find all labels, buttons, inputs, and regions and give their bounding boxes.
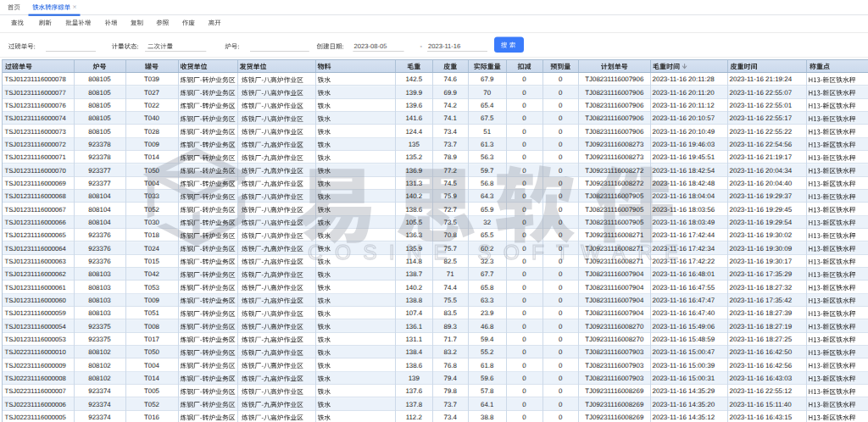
svg-text:0: 0 — [559, 75, 563, 83]
svg-text:2023-11-16 18:04:04: 2023-11-16 18:04:04 — [653, 192, 715, 200]
svg-text:0: 0 — [522, 258, 526, 265]
svg-text:2023-11-16 16:47:40: 2023-11-16 16:47:40 — [653, 309, 715, 317]
svg-text:TSJ01231116000060: TSJ01231116000060 — [5, 297, 66, 304]
svg-text:TSJ01231116000064: TSJ01231116000064 — [5, 245, 67, 253]
svg-text:2023-11-16 17:42:44: 2023-11-16 17:42:44 — [653, 231, 715, 239]
svg-text:73.5: 73.5 — [444, 219, 458, 226]
svg-text:61.3: 61.3 — [481, 141, 494, 148]
svg-text:923375: 923375 — [88, 323, 111, 330]
svg-text:83.2: 83.2 — [444, 348, 457, 356]
svg-text:135: 135 — [409, 141, 420, 148]
svg-text:0: 0 — [522, 270, 526, 278]
svg-text:73.7: 73.7 — [444, 401, 457, 408]
svg-text:139: 139 — [409, 375, 420, 382]
svg-text:T008: T008 — [144, 323, 160, 330]
svg-text:2023-11-16 20:04:34: 2023-11-16 20:04:34 — [730, 167, 793, 175]
svg-text:TJ09231116008269: TJ09231116008269 — [585, 414, 644, 421]
svg-text:139.9: 139.9 — [405, 89, 422, 97]
svg-text:808103: 808103 — [88, 309, 111, 317]
svg-text:2023-11-16 21:19:17: 2023-11-16 21:19:17 — [730, 153, 793, 161]
svg-text:138.8: 138.8 — [405, 297, 422, 304]
svg-text:TSJ01231116000061: TSJ01231116000061 — [5, 284, 66, 292]
svg-text:2023-11-16 19:30:09: 2023-11-16 19:30:09 — [730, 245, 793, 253]
svg-text:0: 0 — [559, 309, 563, 317]
svg-text:0: 0 — [559, 375, 563, 382]
svg-text:0: 0 — [559, 336, 563, 343]
svg-text:2023-11-16 19:46:03: 2023-11-16 19:46:03 — [653, 141, 715, 148]
svg-text:65.9: 65.9 — [481, 206, 494, 214]
svg-text:TSJ02231116000006: TSJ02231116000006 — [5, 401, 66, 408]
svg-text:TSJ01231116000071: TSJ01231116000071 — [5, 153, 66, 161]
svg-text:2023-11-16 16:47:55: 2023-11-16 16:47:55 — [653, 284, 715, 292]
svg-text:79.4: 79.4 — [444, 375, 458, 382]
svg-text:137.8: 137.8 — [405, 401, 422, 408]
svg-text:0: 0 — [522, 180, 526, 187]
svg-text:140.2: 140.2 — [405, 192, 422, 200]
svg-text:56.3: 56.3 — [481, 153, 494, 161]
svg-text:TJ09231116008270: TJ09231116008270 — [585, 336, 644, 343]
svg-text:0: 0 — [559, 414, 563, 421]
svg-text:T017: T017 — [144, 336, 159, 343]
svg-text:T027: T027 — [144, 89, 159, 97]
svg-text:2023-11-16 15:48:59: 2023-11-16 15:48:59 — [653, 336, 715, 343]
svg-text:2023-11-16 20:10:57: 2023-11-16 20:10:57 — [653, 114, 715, 122]
svg-text:71: 71 — [447, 270, 454, 278]
svg-text:0: 0 — [522, 323, 526, 330]
svg-text:T022: T022 — [144, 102, 159, 109]
svg-text:2023-11-16 22:55:22: 2023-11-16 22:55:22 — [730, 128, 793, 136]
svg-text:T024: T024 — [144, 245, 160, 253]
svg-text:808104: 808104 — [88, 206, 111, 214]
svg-text:TJ08231116007906: TJ08231116007906 — [585, 114, 644, 122]
svg-text:T033: T033 — [144, 192, 160, 200]
svg-text:0: 0 — [559, 348, 563, 356]
svg-text:2023-11-16 18:27:32: 2023-11-16 18:27:32 — [730, 284, 793, 292]
svg-text:59.6: 59.6 — [481, 375, 494, 382]
svg-text:0: 0 — [522, 153, 526, 161]
svg-text:77.2: 77.2 — [444, 167, 457, 175]
svg-text:808105: 808105 — [88, 128, 111, 136]
svg-text:TSJ01231116000054: TSJ01231116000054 — [5, 323, 67, 330]
svg-text:0: 0 — [559, 192, 563, 200]
svg-text:64.1: 64.1 — [481, 401, 493, 408]
svg-text:0: 0 — [522, 89, 526, 97]
svg-text:0: 0 — [522, 128, 526, 136]
svg-text:TJ09231116008272: TJ09231116008272 — [585, 167, 643, 175]
svg-text:TJ09231116008270: TJ09231116008270 — [585, 323, 644, 330]
svg-text:TSJ01231116000059: TSJ01231116000059 — [5, 309, 66, 317]
svg-text:135.2: 135.2 — [405, 153, 422, 161]
svg-text:2023-11-16 15:00:39: 2023-11-16 15:00:39 — [653, 362, 715, 369]
svg-text:70: 70 — [483, 89, 491, 97]
svg-text:2023-11-16 14:35:12: 2023-11-16 14:35:12 — [653, 414, 715, 421]
svg-text:0: 0 — [559, 284, 563, 292]
svg-text:TSJ02231116000005: TSJ02231116000005 — [5, 414, 66, 421]
svg-text:2023-11-16 15:11:40: 2023-11-16 15:11:40 — [730, 401, 793, 408]
svg-text:923378: 923378 — [88, 153, 111, 161]
svg-text:TSJ01231116000073: TSJ01231116000073 — [5, 128, 66, 136]
svg-text:808104: 808104 — [88, 192, 111, 200]
svg-text:2023-08-05: 2023-08-05 — [354, 42, 387, 50]
svg-text:808103: 808103 — [88, 284, 111, 292]
svg-text:73.4: 73.4 — [444, 128, 458, 136]
svg-text:T004: T004 — [144, 180, 160, 187]
svg-text:2023-11-16 22:55:17: 2023-11-16 22:55:17 — [730, 114, 793, 122]
svg-text:2023-11-16 17:42:22: 2023-11-16 17:42:22 — [653, 258, 715, 265]
svg-text:808103: 808103 — [88, 270, 111, 278]
svg-text:808103: 808103 — [88, 297, 111, 304]
svg-text:32.3: 32.3 — [481, 258, 494, 265]
svg-text:2023-11-16 19:29:45: 2023-11-16 19:29:45 — [730, 206, 793, 214]
svg-text:0: 0 — [559, 102, 563, 109]
svg-text:2023-11-16 20:10:49: 2023-11-16 20:10:49 — [653, 128, 715, 136]
svg-text:0: 0 — [522, 167, 526, 175]
svg-text:72.7: 72.7 — [444, 206, 457, 214]
svg-text:46.8: 46.8 — [481, 323, 494, 330]
svg-text:71.7: 71.7 — [444, 336, 457, 343]
svg-text:0: 0 — [559, 387, 563, 395]
svg-text:0: 0 — [522, 387, 526, 395]
svg-text:2023-11-16 22:55:01: 2023-11-16 22:55:01 — [730, 102, 793, 109]
svg-text:TJ08231116007905: TJ08231116007905 — [585, 219, 644, 226]
svg-text:63.3: 63.3 — [481, 297, 494, 304]
svg-text:136.9: 136.9 — [405, 167, 422, 175]
svg-text:2023-11-16 16:43:15: 2023-11-16 16:43:15 — [730, 414, 793, 421]
svg-text:TJ08231116007906: TJ08231116007906 — [585, 128, 644, 136]
svg-text:73.7: 73.7 — [444, 141, 457, 148]
